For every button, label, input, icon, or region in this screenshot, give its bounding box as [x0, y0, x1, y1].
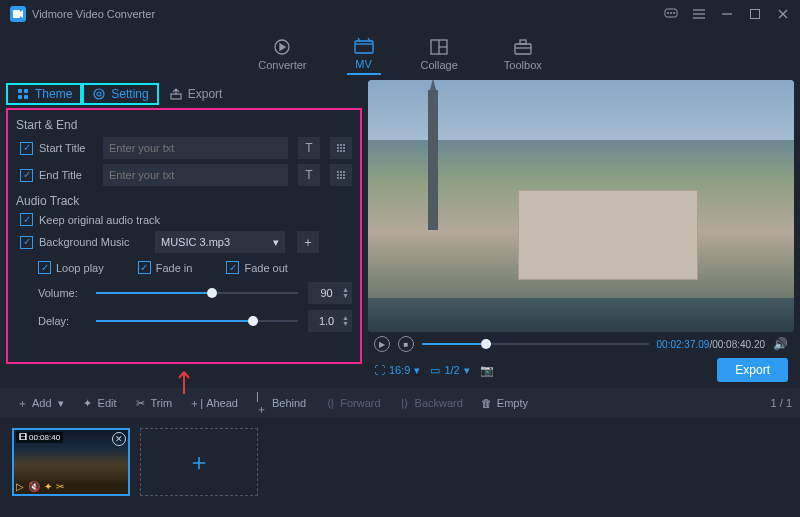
end-title-input[interactable] — [103, 164, 288, 186]
add-clip-placeholder[interactable]: ＋ — [140, 428, 258, 496]
film-icon: 🎞 — [19, 433, 27, 442]
scale-selector[interactable]: ▭ 1/2 ▾ — [430, 364, 469, 377]
menu-icon[interactable] — [692, 7, 706, 21]
mv-icon — [353, 36, 375, 56]
keep-original-checkbox[interactable]: ✓ — [20, 213, 33, 226]
end-title-position[interactable] — [330, 164, 352, 186]
keep-original-label: Keep original audio track — [39, 214, 160, 226]
volume-stepper[interactable]: 90▲▼ — [308, 282, 352, 304]
add-button[interactable]: ＋Add▾ — [8, 393, 72, 414]
start-title-text-style[interactable]: T — [298, 137, 320, 159]
tab-mv[interactable]: MV — [347, 33, 381, 75]
volume-slider[interactable] — [96, 286, 298, 300]
toolbox-icon — [512, 37, 534, 57]
behind-button[interactable]: |＋Behind — [248, 393, 314, 413]
feedback-icon[interactable] — [664, 7, 678, 21]
clip-remove-button[interactable]: ✕ — [112, 432, 126, 446]
svg-rect-9 — [751, 10, 760, 19]
svg-point-43 — [340, 174, 342, 176]
bg-music-dropdown[interactable]: MUSIC 3.mp3 ▾ — [155, 231, 285, 253]
start-end-heading: Start & End — [16, 118, 352, 132]
minimize-icon[interactable] — [720, 7, 734, 21]
forward-button[interactable]: ⟨|Forward — [316, 393, 388, 413]
svg-rect-20 — [515, 44, 531, 54]
audio-heading: Audio Track — [16, 194, 352, 208]
collage-icon — [428, 37, 450, 57]
volume-icon[interactable]: 🔊 — [773, 337, 788, 351]
plus-icon: ＋ — [16, 397, 28, 409]
annotation-arrow — [6, 366, 362, 396]
inner-tab-setting[interactable]: Setting — [82, 83, 158, 105]
svg-point-37 — [340, 150, 342, 152]
bottom-toolbar: ＋Add▾ ✦Edit ✂Trim ＋|Ahead |＋Behind ⟨|For… — [0, 388, 800, 418]
stop-button[interactable]: ■ — [398, 336, 414, 352]
chevron-down-icon: ▾ — [414, 364, 420, 377]
fadein-checkbox[interactable]: ✓Fade in — [138, 261, 193, 274]
scale-icon: ▭ — [430, 364, 440, 377]
behind-icon: |＋ — [256, 397, 268, 409]
tab-toolbox[interactable]: Toolbox — [498, 34, 548, 74]
seek-slider[interactable] — [422, 338, 649, 350]
play-button[interactable]: ▶ — [374, 336, 390, 352]
svg-point-31 — [340, 144, 342, 146]
tab-collage[interactable]: Collage — [415, 34, 464, 74]
empty-button[interactable]: 🗑Empty — [473, 393, 536, 413]
bg-music-add[interactable]: ＋ — [297, 231, 319, 253]
converter-icon — [271, 37, 293, 57]
chevron-down-icon: ▾ — [464, 364, 470, 377]
play-icon[interactable]: ▷ — [16, 481, 24, 492]
export-icon — [169, 87, 183, 101]
clip-thumbnail[interactable]: 🎞00:08:40 ✕ ▷ 🔇 ✦ ✂ — [12, 428, 130, 496]
loop-checkbox[interactable]: ✓Loop play — [38, 261, 104, 274]
svg-rect-13 — [355, 41, 373, 53]
start-title-label: Start Title — [39, 142, 97, 154]
svg-rect-24 — [24, 89, 28, 93]
trash-icon: 🗑 — [481, 397, 493, 409]
svg-point-35 — [343, 147, 345, 149]
bg-music-checkbox[interactable]: ✓ — [20, 236, 33, 249]
svg-point-38 — [343, 150, 345, 152]
svg-point-46 — [340, 177, 342, 179]
export-button[interactable]: Export — [717, 358, 788, 382]
delay-slider[interactable] — [96, 314, 298, 328]
maximize-icon[interactable] — [748, 7, 762, 21]
start-title-input[interactable] — [103, 137, 288, 159]
backward-button[interactable]: |⟩Backward — [391, 393, 471, 413]
snapshot-button[interactable]: 📷 — [480, 364, 494, 377]
volume-label: Volume: — [38, 287, 86, 299]
timecode: 00:02:37.09/00:08:40.20 — [657, 339, 765, 350]
close-icon[interactable] — [776, 7, 790, 21]
svg-rect-21 — [520, 40, 526, 44]
start-title-checkbox[interactable]: ✓ — [20, 142, 33, 155]
video-preview[interactable] — [368, 80, 794, 332]
svg-point-27 — [97, 92, 101, 96]
svg-point-39 — [337, 171, 339, 173]
svg-point-4 — [673, 12, 674, 13]
mute-icon[interactable]: 🔇 — [28, 481, 40, 492]
svg-point-3 — [670, 12, 671, 13]
end-title-text-style[interactable]: T — [298, 164, 320, 186]
end-title-checkbox[interactable]: ✓ — [20, 169, 33, 182]
scissors-icon: ✂ — [135, 397, 147, 409]
inner-tab-theme[interactable]: Theme — [6, 83, 82, 105]
svg-point-33 — [337, 147, 339, 149]
ahead-button[interactable]: ＋|Ahead — [182, 393, 246, 413]
svg-rect-25 — [18, 95, 22, 99]
trim-button[interactable]: ✂Trim — [127, 393, 181, 413]
fadeout-checkbox[interactable]: ✓Fade out — [226, 261, 287, 274]
svg-point-45 — [337, 177, 339, 179]
start-title-position[interactable] — [330, 137, 352, 159]
tab-converter[interactable]: Converter — [252, 34, 312, 74]
inner-tab-export[interactable]: Export — [159, 83, 233, 105]
trim-icon[interactable]: ✂ — [56, 481, 64, 492]
forward-icon: ⟨| — [324, 397, 336, 409]
edit-icon[interactable]: ✦ — [44, 481, 52, 492]
aspect-selector[interactable]: ⛶ 16:9 ▾ — [374, 364, 420, 377]
titlebar: Vidmore Video Converter — [0, 0, 800, 28]
theme-icon — [16, 87, 30, 101]
wand-icon: ✦ — [82, 397, 94, 409]
settings-panel: Start & End ✓ Start Title T ✓ End Title … — [6, 108, 362, 364]
delay-stepper[interactable]: 1.0▲▼ — [308, 310, 352, 332]
svg-point-36 — [337, 150, 339, 152]
edit-button[interactable]: ✦Edit — [74, 393, 125, 413]
